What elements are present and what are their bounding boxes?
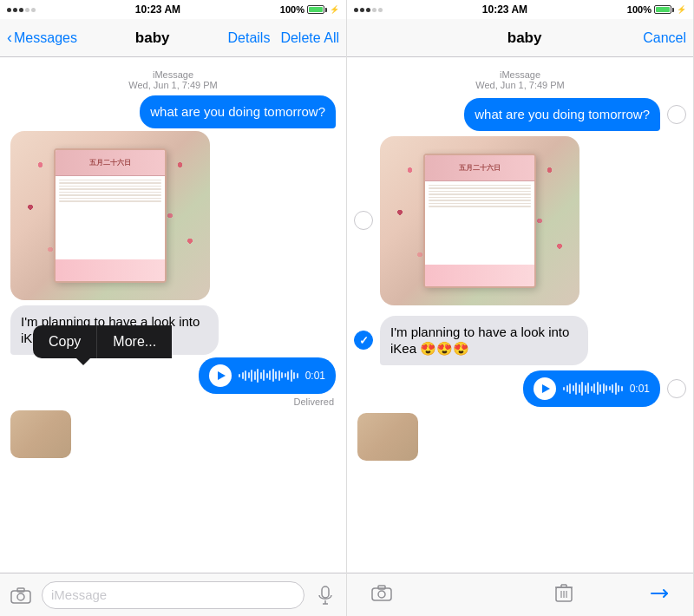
copy-menu-item[interactable]: Copy — [33, 325, 96, 358]
image-content-right: 五月二十六日 — [380, 136, 579, 305]
thumbnail-image-right — [357, 413, 418, 461]
cancel-button[interactable]: Cancel — [643, 30, 686, 46]
nav-bar-right: baby Cancel — [347, 19, 693, 57]
svg-rect-0 — [11, 591, 30, 603]
battery-pct-right: 100% — [627, 4, 651, 15]
camera-svg-right — [371, 584, 392, 601]
delete-all-button[interactable]: Delete All — [280, 30, 339, 46]
nav-actions-left: Details Delete All — [227, 30, 339, 46]
bolt-icon-right: ⚡ — [677, 5, 686, 14]
waveform — [239, 367, 298, 384]
status-right-left: 100% ⚡ — [280, 4, 339, 15]
status-left — [7, 8, 36, 12]
play-button[interactable] — [209, 364, 232, 387]
thumbnail-strip — [0, 410, 346, 458]
share-icon-svg — [650, 583, 669, 602]
details-button[interactable]: Details — [227, 30, 270, 46]
battery-pct-left: 100% — [280, 4, 304, 15]
book-footer — [56, 259, 165, 281]
book-body-right — [425, 181, 534, 265]
svg-point-7 — [378, 591, 385, 598]
bubble-wrap-img: 五月二十六日 — [380, 136, 579, 305]
battery-icon-left — [307, 5, 327, 14]
book-footer-right — [425, 265, 534, 286]
bubble-outgoing-1[interactable]: what are you doing tomorrow? — [140, 95, 336, 128]
audio-bubble[interactable]: 0:01 — [199, 357, 336, 394]
book-header-right: 五月二十六日 — [425, 155, 534, 181]
signal-dots-right — [354, 8, 383, 12]
status-right-right: 100% ⚡ — [627, 4, 686, 15]
camera-icon — [10, 587, 31, 604]
nav-bar-left: ‹ Messages baby Details Delete All — [0, 19, 346, 57]
bubble-wrap-audio: 0:01 — [523, 370, 660, 407]
svg-rect-8 — [378, 586, 385, 589]
svg-rect-6 — [372, 588, 391, 600]
status-time-right: 10:23 AM — [482, 3, 527, 16]
messages-area-right: iMessageWed, Jun 1, 7:49 PM what are you… — [347, 57, 693, 573]
selector-circle-text-selected[interactable]: ✓ — [354, 331, 373, 350]
notebook-book-right: 五月二十六日 — [423, 154, 536, 288]
image-content: 五月二十六日 — [10, 131, 210, 300]
message-row-audio: 0:01 — [10, 357, 336, 394]
status-time-left: 10:23 AM — [135, 3, 180, 16]
delivered-status: Delivered — [0, 396, 346, 407]
messages-area-left: iMessage Wed, Jun 1, 7:49 PM what are yo… — [0, 57, 346, 573]
select-row-outgoing-1: what are you doing tomorrow? — [347, 95, 693, 134]
book-header: 五月二十六日 — [56, 150, 165, 176]
waveform-right — [563, 380, 623, 397]
status-bar-left: 10:23 AM 100% ⚡ — [0, 0, 346, 19]
bottom-bar-left: iMessage — [0, 573, 346, 616]
right-phone-panel: 10:23 AM 100% ⚡ baby Cancel iMessageWed,… — [347, 0, 694, 616]
thumbnail-image — [10, 410, 71, 458]
bubble-wrap-out-1: what are you doing tomorrow? — [464, 98, 660, 131]
camera-button[interactable] — [7, 581, 35, 609]
thumbnail-strip-right — [347, 413, 693, 461]
date-header-right: iMessageWed, Jun 1, 7:49 PM — [347, 69, 693, 90]
microphone-button[interactable] — [311, 581, 339, 609]
svg-point-1 — [17, 593, 24, 600]
message-row-outgoing-1: what are you doing tomorrow? — [10, 95, 336, 128]
checkmark-icon: ✓ — [359, 334, 369, 347]
signal-dots — [7, 8, 36, 12]
svg-rect-2 — [17, 588, 24, 592]
battery-icon-right — [654, 5, 674, 14]
image-bubble[interactable]: 五月二十六日 — [10, 131, 210, 300]
context-menu-arrow — [76, 358, 90, 365]
select-row-incoming-text: ✓ I'm planning to have a look into iKea … — [347, 313, 693, 368]
left-phone-panel: 10:23 AM 100% ⚡ ‹ Messages baby Details … — [0, 0, 347, 616]
selector-circle-audio[interactable] — [667, 379, 686, 398]
status-left-right — [354, 8, 383, 12]
bubble-incoming-select[interactable]: I'm planning to have a look into iKea 😍😍… — [380, 316, 588, 365]
back-label[interactable]: Messages — [14, 30, 77, 46]
share-button[interactable] — [650, 583, 669, 606]
image-bubble-right[interactable]: 五月二十六日 — [380, 136, 579, 305]
conversation-title: baby — [135, 29, 170, 47]
bottom-bar-right — [347, 573, 693, 616]
audio-bubble-right[interactable]: 0:01 — [523, 370, 660, 407]
trash-icon-svg — [555, 583, 573, 602]
back-chevron-icon: ‹ — [7, 29, 12, 47]
select-row-audio: 0:01 — [347, 368, 693, 410]
selector-circle-1[interactable] — [667, 105, 686, 124]
play-button-right[interactable] — [534, 377, 556, 400]
input-placeholder: iMessage — [51, 587, 107, 602]
book-body — [56, 176, 165, 259]
select-row-incoming-img: 五月二十六日 — [347, 134, 693, 308]
more-menu-item[interactable]: More... — [96, 325, 172, 358]
trash-button[interactable] — [555, 583, 573, 606]
selector-circle-img[interactable] — [354, 211, 373, 230]
camera-icon-right[interactable] — [371, 584, 392, 606]
audio-duration-right: 0:01 — [630, 383, 650, 395]
play-icon-right — [542, 384, 550, 393]
context-menu: Copy More... — [33, 325, 172, 358]
back-button[interactable]: ‹ Messages — [7, 29, 77, 47]
message-row-incoming-img: 五月二十六日 — [10, 131, 336, 300]
date-header-left: iMessage Wed, Jun 1, 7:49 PM — [0, 69, 346, 90]
message-input-left[interactable]: iMessage — [42, 581, 304, 609]
bubble-wrap-in-text: I'm planning to have a look into iKea 😍😍… — [380, 316, 588, 365]
bubble-outgoing-select-1[interactable]: what are you doing tomorrow? — [464, 98, 660, 131]
audio-duration: 0:01 — [305, 370, 325, 382]
notebook-book: 五月二十六日 — [54, 148, 167, 283]
conversation-title-right: baby — [507, 29, 542, 47]
svg-rect-3 — [322, 587, 329, 598]
